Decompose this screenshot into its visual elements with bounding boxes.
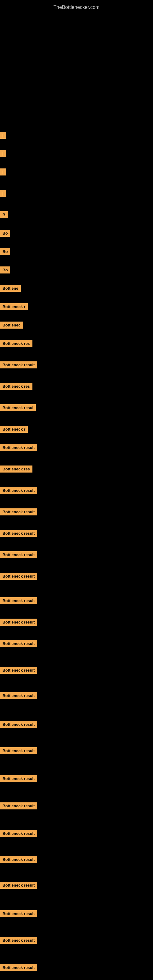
result-row: Bottleneck r: [0, 426, 28, 433]
bottleneck-result-label: Bottleneck resul: [0, 404, 36, 411]
bottleneck-result-label: Bottleneck result: [0, 692, 37, 699]
bottleneck-result-label: Bottleneck result: [0, 775, 37, 782]
bottleneck-result-label: |: [0, 132, 6, 139]
bottleneck-result-label: Bottleneck result: [0, 882, 37, 889]
bottleneck-result-label: |: [0, 150, 6, 157]
result-row: Bottlene: [0, 285, 21, 292]
result-row: Bottleneck result: [0, 597, 37, 604]
bottleneck-result-label: Bottleneck r: [0, 303, 28, 310]
bottleneck-result-label: Bottleneck result: [0, 721, 37, 728]
result-row: |: [0, 169, 6, 175]
result-row: Bottlenec: [0, 321, 23, 329]
result-row: Bottleneck result: [0, 802, 37, 810]
bottleneck-result-label: Bo: [0, 248, 10, 255]
result-row: Bottleneck result: [0, 856, 37, 863]
result-row: Bottleneck result: [0, 573, 37, 580]
bottleneck-result-label: Bottleneck res: [0, 340, 32, 347]
result-row: Bottleneck result: [0, 937, 37, 944]
bottleneck-result-label: Bottlene: [0, 285, 21, 292]
bottleneck-result-label: Bottleneck result: [0, 487, 37, 494]
result-row: |: [0, 150, 6, 157]
result-row: Bottleneck res: [0, 466, 32, 473]
result-row: Bottleneck result: [0, 775, 37, 782]
result-row: Bottleneck result: [0, 361, 37, 368]
bottleneck-result-label: Bottleneck result: [0, 964, 37, 971]
bottleneck-result-label: Bottleneck result: [0, 619, 37, 626]
bottleneck-result-label: Bottleneck result: [0, 444, 37, 451]
result-row: Bottleneck result: [0, 830, 37, 837]
result-row: Bottleneck res: [0, 383, 32, 390]
result-row: Bottleneck result: [0, 667, 37, 674]
bottleneck-result-label: Bottleneck result: [0, 910, 37, 917]
bottleneck-result-label: |: [0, 169, 6, 175]
bottleneck-result-label: Bo: [0, 230, 10, 237]
bottleneck-result-label: Bottleneck result: [0, 573, 37, 580]
result-row: Bottleneck res: [0, 340, 32, 347]
result-row: Bottleneck result: [0, 530, 37, 537]
result-row: Bo: [0, 248, 10, 255]
bottleneck-result-label: Bottleneck result: [0, 508, 37, 515]
result-row: |: [0, 190, 6, 197]
bottleneck-result-label: Bottleneck res: [0, 466, 32, 473]
result-row: Bottleneck result: [0, 747, 37, 754]
bottleneck-result-label: Bottleneck result: [0, 747, 37, 754]
bottleneck-result-label: Bottleneck result: [0, 530, 37, 537]
result-row: Bottleneck resul: [0, 404, 36, 411]
bottleneck-result-label: Bottleneck result: [0, 551, 37, 558]
result-row: Bottleneck result: [0, 444, 37, 451]
result-row: Bottleneck result: [0, 721, 37, 728]
bottleneck-result-label: |: [0, 190, 6, 197]
result-row: Bottleneck result: [0, 551, 37, 558]
bottleneck-result-label: Bottleneck result: [0, 856, 37, 863]
bottleneck-result-label: Bottleneck result: [0, 937, 37, 944]
site-title: TheBottlenecker.com: [0, 2, 153, 13]
result-row: Bottleneck result: [0, 692, 37, 699]
bottleneck-result-label: Bo: [0, 266, 10, 274]
result-row: Bo: [0, 230, 10, 237]
bottleneck-result-label: Bottleneck result: [0, 597, 37, 604]
result-row: Bottleneck result: [0, 619, 37, 626]
bottleneck-result-label: B: [0, 211, 8, 218]
result-row: Bottleneck result: [0, 882, 37, 889]
result-row: Bottleneck result: [0, 910, 37, 917]
result-row: |: [0, 132, 6, 139]
result-row: Bottleneck result: [0, 508, 37, 515]
result-row: B: [0, 211, 8, 218]
bottleneck-result-label: Bottleneck result: [0, 830, 37, 837]
result-row: Bo: [0, 266, 10, 274]
bottleneck-result-label: Bottleneck res: [0, 383, 32, 390]
bottleneck-result-label: Bottlenec: [0, 321, 23, 329]
result-row: Bottleneck result: [0, 964, 37, 971]
bottleneck-result-label: Bottleneck result: [0, 640, 37, 647]
bottleneck-result-label: Bottleneck result: [0, 802, 37, 810]
bottleneck-result-label: Bottleneck r: [0, 426, 28, 433]
result-row: Bottleneck r: [0, 303, 28, 310]
result-row: Bottleneck result: [0, 487, 37, 494]
bottleneck-result-label: Bottleneck result: [0, 667, 37, 674]
bottleneck-result-label: Bottleneck result: [0, 361, 37, 368]
result-row: Bottleneck result: [0, 640, 37, 647]
